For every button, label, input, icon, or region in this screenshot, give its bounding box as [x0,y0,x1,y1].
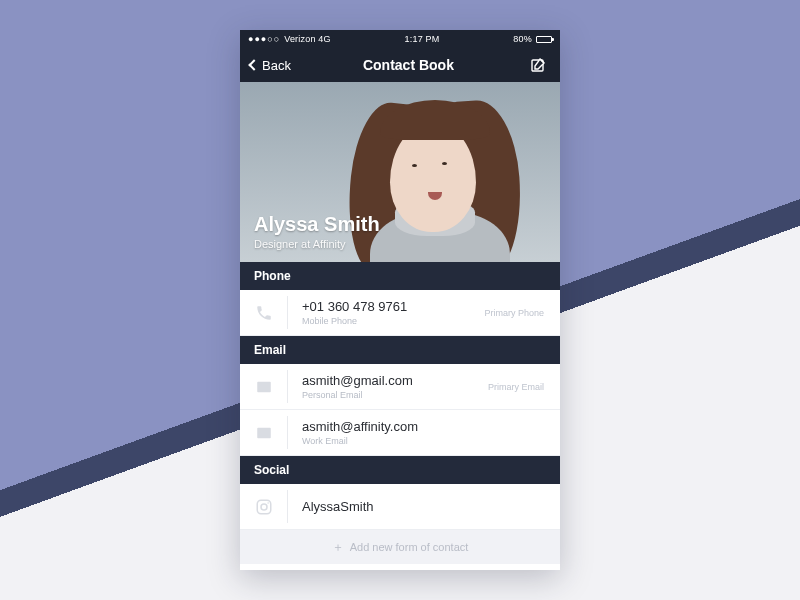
back-label: Back [262,58,291,73]
add-contact-method-button[interactable]: ＋ Add new form of contact [240,530,560,564]
social-row[interactable]: AlyssaSmith [240,484,560,530]
email-badge: Primary Email [488,382,548,392]
email-value: asmith@gmail.com [302,373,488,388]
svg-point-3 [267,502,269,504]
phone-value: +01 360 478 9761 [302,299,484,314]
compose-button[interactable] [526,53,550,77]
section-header-email: Email [240,336,560,364]
nav-bar: Back Contact Book [240,48,560,82]
signal-dots-icon: ●●●○○ [248,34,280,44]
back-button[interactable]: Back [250,58,291,73]
email-value: asmith@affinity.com [302,419,544,434]
svg-point-2 [261,504,267,510]
mail-icon [240,370,288,403]
battery-icon [536,36,552,43]
email-sublabel: Personal Email [302,390,488,400]
plus-icon: ＋ [332,541,344,553]
email-row[interactable]: asmith@gmail.com Personal Email Primary … [240,364,560,410]
contact-subtitle: Designer at Affinity [254,238,380,250]
contact-hero: Alyssa Smith Designer at Affinity [240,82,560,262]
phone-row[interactable]: +01 360 478 9761 Mobile Phone Primary Ph… [240,290,560,336]
contact-name: Alyssa Smith [254,213,380,236]
instagram-icon [240,490,288,523]
hero-text: Alyssa Smith Designer at Affinity [254,213,380,250]
email-row[interactable]: asmith@affinity.com Work Email [240,410,560,456]
phone-badge: Primary Phone [484,308,548,318]
carrier-label: Verizon 4G [284,34,331,44]
mail-icon [240,416,288,449]
battery-percent: 80% [513,34,532,44]
status-right: 80% [513,34,552,44]
svg-rect-1 [257,500,271,514]
status-time: 1:17 PM [405,34,440,44]
add-label: Add new form of contact [350,541,469,553]
email-sublabel: Work Email [302,436,544,446]
contact-details: Phone +01 360 478 9761 Mobile Phone Prim… [240,262,560,570]
compose-icon [530,57,546,73]
phone-sublabel: Mobile Phone [302,316,484,326]
status-left: ●●●○○ Verizon 4G [248,34,331,44]
section-header-social: Social [240,456,560,484]
social-value: AlyssaSmith [302,499,548,514]
phone-icon [240,296,288,329]
status-bar: ●●●○○ Verizon 4G 1:17 PM 80% [240,30,560,48]
section-header-phone: Phone [240,262,560,290]
chevron-left-icon [248,59,259,70]
phone-frame: ●●●○○ Verizon 4G 1:17 PM 80% Back Contac… [240,30,560,570]
page-title: Contact Book [363,57,454,73]
